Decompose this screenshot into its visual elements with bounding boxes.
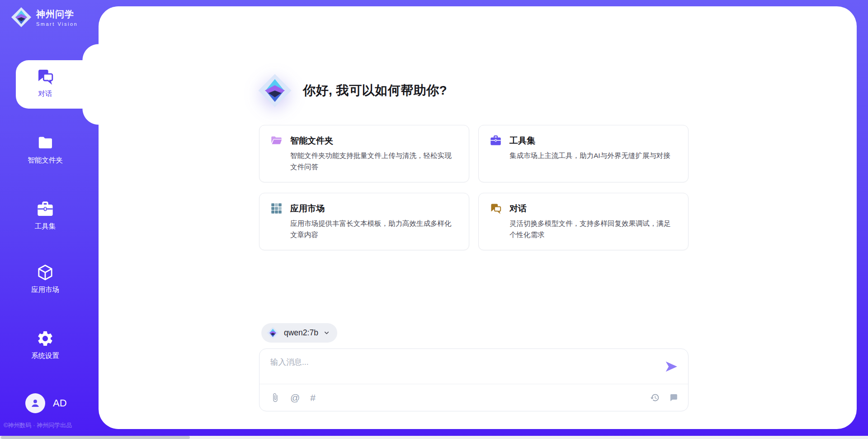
avatar: [25, 393, 45, 413]
card-smart-folder[interactable]: 智能文件夹 智能文件夹功能支持批量文件上传与清洗，轻松实现文件问答: [259, 125, 469, 182]
card-toolset[interactable]: 工具集 集成市场上主流工具，助力AI与外界无缝扩展与对接: [478, 125, 689, 182]
feature-cards: 智能文件夹 智能文件夹功能支持批量文件上传与清洗，轻松实现文件问答 工具集 集: [259, 125, 689, 250]
card-title: 对话: [509, 203, 527, 215]
app-window: 神州问学 Smart Vision 对话 智能文件夹 工具集 应用市场: [0, 0, 868, 439]
main-panel: 你好, 我可以如何帮助你? 智能文件夹 智能文件夹功能支持批量文件上传与清洗，轻…: [99, 6, 857, 429]
card-description: 集成市场上主流工具，助力AI与外界无缝扩展与对接: [509, 150, 677, 162]
sidebar-item-chat[interactable]: 对话: [14, 67, 77, 99]
person-icon: [29, 397, 41, 409]
grid-icon: [270, 202, 283, 215]
user-initials: AD: [53, 397, 67, 409]
attach-icon[interactable]: [270, 393, 280, 402]
settings-gear-icon: [36, 329, 54, 348]
card-app-market[interactable]: 应用市场 应用市场提供丰富长文本模板，助力高效生成多样化文章内容: [259, 193, 469, 250]
sidebar-item-label: 智能文件夹: [28, 156, 63, 165]
send-button[interactable]: [665, 360, 678, 373]
card-title: 智能文件夹: [290, 135, 333, 147]
sidebar-item-toolset[interactable]: 工具集: [14, 200, 77, 231]
mention-icon[interactable]: @: [290, 393, 300, 402]
card-description: 智能文件夹功能支持批量文件上传与清洗，轻松实现文件问答: [290, 150, 458, 173]
greeting: 你好, 我可以如何帮助你?: [258, 73, 447, 108]
sidebar-item-settings[interactable]: 系统设置: [14, 329, 77, 361]
sidebar-item-label: 对话: [38, 89, 52, 99]
folder-open-icon: [270, 134, 283, 147]
send-icon: [665, 360, 678, 373]
composer-toolbar: @ #: [270, 384, 678, 411]
horizontal-scrollbar: [0, 436, 868, 439]
chat-icon: [490, 202, 502, 215]
brand-name: 神州问学: [36, 8, 78, 20]
user-profile[interactable]: AD: [25, 393, 67, 413]
tab-curve-top: [82, 44, 99, 60]
greeting-diamond-icon: [258, 73, 292, 108]
card-title: 工具集: [509, 135, 535, 147]
model-name: qwen2:7b: [284, 328, 318, 338]
card-title: 应用市场: [290, 203, 325, 215]
brand-subtitle: Smart Vision: [36, 21, 78, 27]
chevron-down-icon: [323, 329, 330, 336]
chat-icon: [36, 67, 54, 86]
app-market-cube-icon: [36, 263, 54, 282]
sidebar-item-label: 工具集: [35, 222, 56, 231]
toolbox-icon: [36, 200, 54, 218]
sidebar-item-app-market[interactable]: 应用市场: [14, 263, 77, 295]
message-input[interactable]: [270, 357, 650, 381]
history-icon[interactable]: [650, 393, 660, 402]
greeting-text: 你好, 我可以如何帮助你?: [303, 82, 447, 99]
brand-logo: 神州问学 Smart Vision: [11, 7, 78, 28]
sidebar-item-label: 系统设置: [31, 351, 59, 361]
horizontal-scrollbar-thumb[interactable]: [1, 436, 190, 439]
sidebar-item-smart-folder[interactable]: 智能文件夹: [14, 134, 77, 165]
tab-curve-bottom: [82, 109, 99, 125]
card-chat[interactable]: 对话 灵活切换多模型文件，支持多样回复效果调试，满足个性化需求: [478, 193, 689, 250]
brand-diamond-icon: [11, 7, 32, 28]
card-description: 应用市场提供丰富长文本模板，助力高效生成多样化文章内容: [290, 218, 458, 241]
quick-phrase-icon[interactable]: [669, 393, 678, 402]
card-description: 灵活切换多模型文件，支持多样回复效果调试，满足个性化需求: [509, 218, 677, 241]
hash-icon[interactable]: #: [310, 393, 316, 402]
message-composer: @ #: [259, 348, 689, 411]
model-diamond-icon: [267, 327, 279, 339]
model-selector[interactable]: qwen2:7b: [261, 323, 337, 343]
folder-icon: [36, 134, 54, 152]
copyright-text: ©神州数码 · 神州问学出品: [4, 421, 72, 429]
toolbox-icon: [490, 134, 502, 147]
sidebar-item-label: 应用市场: [31, 285, 59, 295]
